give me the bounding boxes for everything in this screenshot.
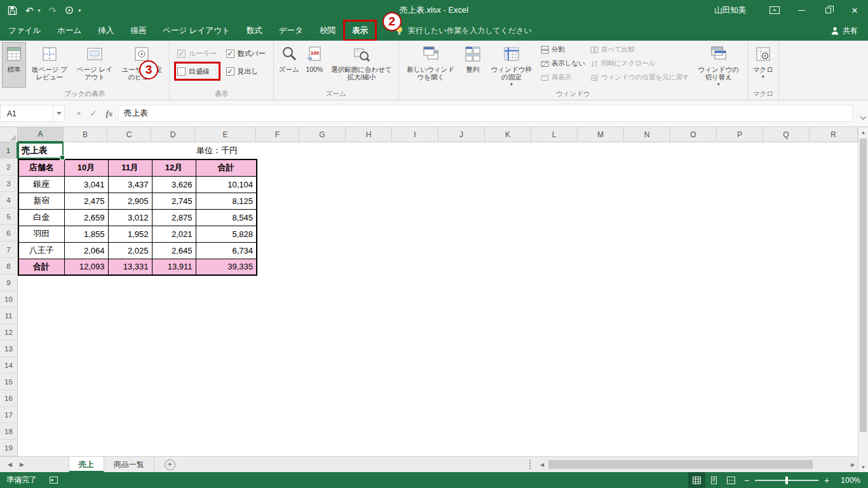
value-cell[interactable]: 2,745 <box>152 193 196 209</box>
table-header-cell[interactable]: 11月 <box>108 159 152 176</box>
value-cell[interactable]: 8,545 <box>196 209 257 226</box>
page-break-preview-button[interactable]: 改ページ プレビュー <box>26 42 73 88</box>
sheet-tab-売上[interactable]: 売上 <box>69 457 104 472</box>
zoom-slider-thumb[interactable] <box>785 477 788 484</box>
row-header-1[interactable]: 1 <box>0 142 18 159</box>
value-cell[interactable]: 2,875 <box>152 209 196 226</box>
user-name[interactable]: 山田知美 <box>714 5 746 16</box>
column-header-E[interactable]: E <box>195 127 256 142</box>
total-value-cell[interactable]: 13,911 <box>152 259 196 275</box>
row-header-5[interactable]: 5 <box>0 208 18 225</box>
column-header-L[interactable]: L <box>531 127 578 142</box>
store-name-cell[interactable]: 羽田 <box>18 226 64 242</box>
column-header-M[interactable]: M <box>578 127 624 142</box>
column-header-I[interactable]: I <box>392 127 438 142</box>
column-header-A[interactable]: A <box>18 127 64 142</box>
row-header-18[interactable]: 18 <box>0 423 18 440</box>
row-header-12[interactable]: 12 <box>0 324 18 341</box>
ribbon-tab-校閲[interactable]: 校閲 <box>311 20 344 41</box>
macros-button[interactable]: マクロ ▾ <box>750 42 776 88</box>
tell-me-search[interactable]: 実行したい作業を入力してください <box>395 20 532 41</box>
minimize-button[interactable] <box>788 0 815 20</box>
zoom-100-button[interactable]: 100 100% <box>302 42 327 88</box>
insert-function-icon[interactable]: fx <box>106 109 113 119</box>
column-header-G[interactable]: G <box>299 127 346 142</box>
value-cell[interactable]: 2,645 <box>152 242 196 259</box>
value-cell[interactable]: 5,828 <box>196 226 257 242</box>
tab-scrollbar-splitter[interactable] <box>529 457 537 472</box>
value-cell[interactable]: 1,952 <box>108 226 152 242</box>
switch-windows-button[interactable]: ウィンドウの切り替え ▾ <box>692 42 745 88</box>
value-cell[interactable]: 6,734 <box>196 242 257 259</box>
ribbon-tab-データ[interactable]: データ <box>271 20 311 41</box>
ribbon-display-options-icon[interactable] <box>761 0 788 20</box>
page-layout-status-button[interactable] <box>705 472 722 488</box>
vertical-scrollbar-thumb[interactable] <box>860 139 867 432</box>
value-cell[interactable]: 2,905 <box>108 193 152 209</box>
horizontal-scrollbar[interactable]: ◀ ▶ <box>537 457 858 472</box>
cell-E1[interactable]: 単位：千円 <box>196 142 238 159</box>
value-cell[interactable]: 2,064 <box>64 242 108 259</box>
row-header-2[interactable]: 2 <box>0 159 18 175</box>
row-header-9[interactable]: 9 <box>0 274 18 291</box>
row-header-17[interactable]: 17 <box>0 407 18 423</box>
zoom-to-selection-button[interactable]: 選択範囲に合わせて拡大/縮小 <box>327 42 397 88</box>
close-button[interactable]: × <box>841 0 868 20</box>
scroll-down-icon[interactable]: ▼ <box>858 462 868 472</box>
sheet-canvas[interactable]: 単位：千円 店舗名10月11月12月合計銀座3,0413,4373,62610,… <box>18 142 858 456</box>
undo-dropdown-icon[interactable]: ▾ <box>38 8 41 13</box>
ribbon-tab-数式[interactable]: 数式 <box>238 20 271 41</box>
zoom-level[interactable]: 100% <box>834 476 860 485</box>
hide-window-button[interactable]: 表示しない <box>541 58 585 69</box>
checkbox-見出し[interactable]: ✓見出し <box>226 65 266 78</box>
table-header-cell[interactable]: 10月 <box>64 159 108 176</box>
select-all-corner[interactable] <box>0 127 18 142</box>
value-cell[interactable]: 2,475 <box>64 193 108 209</box>
value-cell[interactable]: 2,659 <box>64 209 108 226</box>
zoom-slider[interactable] <box>755 480 818 481</box>
split-button[interactable]: 分割 <box>541 44 585 55</box>
column-header-R[interactable]: R <box>810 127 858 142</box>
total-value-cell[interactable]: 39,335 <box>196 259 257 275</box>
value-cell[interactable]: 3,437 <box>108 176 152 193</box>
ribbon-tab-表示[interactable]: 表示2 <box>344 20 376 41</box>
table-header-cell[interactable]: 店舗名 <box>18 159 64 176</box>
scroll-right-icon[interactable]: ▶ <box>848 462 858 468</box>
scroll-left-icon[interactable]: ◀ <box>537 462 547 468</box>
store-name-cell[interactable]: 新宿 <box>18 193 64 209</box>
checkbox-数式バー[interactable]: ✓数式バー <box>226 47 266 60</box>
value-cell[interactable]: 3,626 <box>152 176 196 193</box>
table-header-cell[interactable]: 12月 <box>152 159 196 176</box>
horizontal-scrollbar-thumb[interactable] <box>548 460 813 469</box>
column-header-O[interactable]: O <box>670 127 717 142</box>
zoom-button[interactable]: ズーム <box>276 42 302 88</box>
vertical-scrollbar[interactable]: ▲ ▼ <box>858 127 868 472</box>
value-cell[interactable]: 1,855 <box>64 226 108 242</box>
zoom-out-button[interactable]: − <box>740 475 754 485</box>
value-cell[interactable]: 10,104 <box>196 176 257 193</box>
ribbon-tab-ページ レイアウト[interactable]: ページ レイアウト <box>154 20 238 41</box>
row-header-8[interactable]: 8 <box>0 258 18 274</box>
store-name-cell[interactable]: 銀座 <box>18 176 64 193</box>
ribbon-tab-ファイル[interactable]: ファイル <box>0 20 49 41</box>
row-header-16[interactable]: 16 <box>0 390 18 407</box>
formula-bar-expand-icon[interactable] <box>861 110 865 121</box>
value-cell[interactable]: 2,021 <box>152 226 196 242</box>
sheet-tab-商品一覧[interactable]: 商品一覧 <box>104 457 154 472</box>
column-header-C[interactable]: C <box>107 127 151 142</box>
table-header-cell[interactable]: 合計 <box>196 159 257 176</box>
scroll-up-icon[interactable]: ▲ <box>858 127 868 137</box>
value-cell[interactable]: 3,041 <box>64 176 108 193</box>
normal-view-status-button[interactable] <box>688 472 705 488</box>
row-header-7[interactable]: 7 <box>0 241 18 258</box>
column-header-K[interactable]: K <box>485 127 531 142</box>
ribbon-tab-挿入[interactable]: 挿入 <box>90 20 122 41</box>
arrange-all-button[interactable]: 整列 <box>461 42 485 88</box>
row-header-10[interactable]: 10 <box>0 291 18 308</box>
qat-customize-icon[interactable]: ▾ <box>78 8 81 13</box>
page-break-status-button[interactable] <box>722 472 740 488</box>
sheet-nav-left-icon[interactable]: ◀ <box>8 461 12 468</box>
row-header-11[interactable]: 11 <box>0 308 18 324</box>
row-header-15[interactable]: 15 <box>0 374 18 390</box>
ribbon-tab-描画[interactable]: 描画 <box>122 20 154 41</box>
